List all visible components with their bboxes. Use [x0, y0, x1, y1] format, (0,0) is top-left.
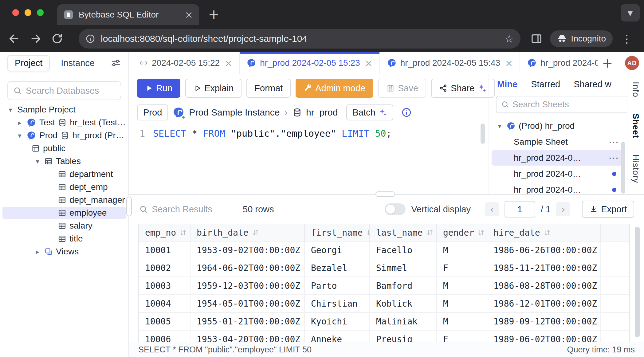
sql-editor[interactable]: 1 SELECT * FROM "public"."employee" LIMI…	[129, 127, 489, 194]
bookmark-star-icon[interactable]: ☆	[505, 33, 514, 45]
tab-mine[interactable]: Mine	[497, 79, 517, 89]
export-button[interactable]: Export	[582, 201, 634, 218]
tree-item-project[interactable]: ▾ Sample Project	[0, 103, 128, 116]
format-button[interactable]: Format	[246, 79, 291, 98]
chevron-down-icon[interactable]: ▾	[7, 106, 14, 114]
tree-item-views-group[interactable]: ▸ Views	[0, 245, 128, 258]
sheet-item[interactable]: Sample Sheet ⋯	[489, 134, 627, 150]
sheet-tab-4-clipped[interactable]: hr_prod 2024-0	[520, 52, 598, 74]
admin-mode-button[interactable]: Admin mode	[296, 79, 373, 98]
close-sheet-tab-icon[interactable]: ×	[505, 58, 513, 69]
sort-icon[interactable]	[179, 229, 187, 237]
search-databases-input[interactable]	[7, 81, 121, 100]
chevron-down-icon[interactable]: ▾	[16, 132, 23, 139]
editor-scrollbar[interactable]	[481, 124, 485, 144]
tab-search-chevron-button[interactable]: ▾	[621, 4, 640, 22]
database-name[interactable]: hr_prod	[306, 107, 338, 118]
instance-name[interactable]: Prod Sample Instance	[189, 107, 280, 118]
tree-item-tables-group[interactable]: ▾ Tables	[0, 155, 128, 168]
column-header-gender[interactable]: gender	[437, 224, 487, 241]
search-results-input[interactable]	[139, 204, 237, 214]
chevron-down-icon[interactable]: ▾	[34, 158, 41, 165]
chevron-down-icon[interactable]: ▾	[496, 122, 503, 130]
browser-menu-icon[interactable]: ⋮	[621, 33, 632, 45]
share-button[interactable]: Share	[431, 79, 495, 98]
sheet-item-menu-icon[interactable]: ⋯	[608, 136, 619, 148]
back-button[interactable]	[7, 32, 21, 45]
sidebar-resize-grip[interactable]	[126, 197, 132, 216]
tab-instance[interactable]: Instance	[61, 58, 95, 68]
save-button[interactable]: Save	[378, 79, 426, 98]
batch-button[interactable]: Batch	[346, 104, 393, 120]
tab-shared[interactable]: Shared w	[574, 79, 611, 89]
close-window-button[interactable]	[12, 9, 19, 16]
minimize-window-button[interactable]	[25, 9, 31, 16]
column-header-birth_date[interactable]: birth_date	[190, 224, 305, 241]
maximize-window-button[interactable]	[37, 9, 44, 16]
tree-item-env-test[interactable]: ▸ Test hr_test (Test…	[0, 116, 128, 129]
user-avatar[interactable]: AD	[625, 56, 639, 70]
search-results-field[interactable]	[152, 204, 237, 214]
search-sheets-input[interactable]	[496, 96, 627, 113]
site-info-icon[interactable]	[85, 34, 95, 44]
tree-item-schema-public[interactable]: public	[0, 142, 128, 155]
results-scrollbar[interactable]	[635, 227, 640, 337]
sheet-group-row[interactable]: ▾ (Prod) hr_prod	[489, 118, 627, 134]
sheet-item-partial[interactable]: hr_prod 2024-0…	[489, 182, 627, 194]
prev-page-button[interactable]: ‹	[485, 202, 499, 216]
sheet-item[interactable]: hr_prod 2024-0…	[489, 166, 627, 182]
tree-item-table-dept_manager[interactable]: dept_manager	[0, 194, 128, 206]
tree-item-table-employee-selected[interactable]: employee	[0, 206, 128, 219]
filter-settings-icon[interactable]	[111, 58, 121, 68]
new-tab-button[interactable]: +	[205, 6, 222, 23]
tree-item-table-dept_emp[interactable]: dept_emp	[0, 181, 128, 194]
sort-icon[interactable]	[426, 229, 434, 237]
tree-item-table-title[interactable]: title	[0, 232, 128, 245]
address-bar[interactable]: localhost:8080/sql-editor/sheet/project-…	[79, 29, 520, 49]
tree-item-env-prod[interactable]: ▾ Prod hr_prod (Pr…	[0, 129, 128, 142]
side-tab-info[interactable]: Info	[631, 82, 641, 97]
tab-starred[interactable]: Starred	[531, 79, 560, 89]
next-page-button[interactable]: ›	[556, 202, 570, 216]
search-sheets-field[interactable]	[512, 100, 623, 109]
explain-button[interactable]: Explain	[185, 79, 242, 98]
column-header-first_name[interactable]: first_name	[305, 224, 370, 241]
results-resize-grip[interactable]	[375, 191, 395, 197]
close-sheet-tab-icon[interactable]: ×	[225, 58, 232, 69]
reload-button[interactable]	[50, 32, 64, 45]
sheet-panel-scrollbar[interactable]	[621, 142, 625, 194]
browser-tab[interactable]: Bytebase SQL Editor ×	[57, 4, 199, 25]
chevron-right-icon[interactable]: ▸	[16, 119, 23, 127]
tab-project[interactable]: Project	[7, 55, 50, 71]
sheet-tab-1[interactable]: 2024-02-05 15:22 ×	[132, 52, 240, 74]
column-header-hire_date[interactable]: hire_date	[487, 224, 601, 241]
side-panel-icon[interactable]	[530, 33, 543, 45]
sheet-tab-3[interactable]: hr_prod 2024-02-05 15:43 ×	[380, 52, 520, 74]
table-cell: M	[437, 295, 487, 313]
column-header-last_name[interactable]: last_name	[370, 224, 437, 241]
tree-item-table-salary[interactable]: salary	[0, 219, 128, 232]
admin-mode-label: Admin mode	[315, 83, 365, 93]
sort-icon[interactable]	[543, 229, 551, 237]
side-tab-sheet[interactable]: Sheet	[631, 113, 641, 138]
sheet-item-menu-icon[interactable]: ⋯	[608, 152, 619, 164]
side-tab-history[interactable]: History	[631, 154, 641, 183]
forward-button[interactable]	[29, 32, 42, 45]
sort-icon[interactable]	[477, 229, 485, 237]
sheet-tab-2-active[interactable]: hr_prod 2024-02-05 15:23 ×	[240, 52, 380, 74]
column-header-emp_no[interactable]: emp_no	[139, 224, 190, 241]
close-sheet-tab-icon[interactable]: ×	[365, 58, 373, 69]
tree-item-table-department[interactable]: department	[0, 168, 128, 181]
environment-badge[interactable]: Prod	[137, 104, 168, 120]
search-databases-field[interactable]	[26, 86, 129, 96]
sheet-item-selected[interactable]: hr_prod 2024-0… ⋯	[489, 150, 627, 166]
close-tab-icon[interactable]: ×	[185, 10, 193, 20]
page-number-input[interactable]	[505, 201, 535, 218]
new-sheet-tab-button[interactable]: +	[602, 56, 613, 71]
info-circle-icon[interactable]	[401, 107, 412, 118]
table-cell: 1986-12-01T00:00:00Z	[487, 295, 601, 313]
sort-icon[interactable]	[252, 229, 260, 237]
chevron-right-icon[interactable]: ▸	[34, 248, 41, 256]
run-button[interactable]: Run	[137, 79, 180, 98]
vertical-display-toggle[interactable]	[385, 203, 406, 215]
